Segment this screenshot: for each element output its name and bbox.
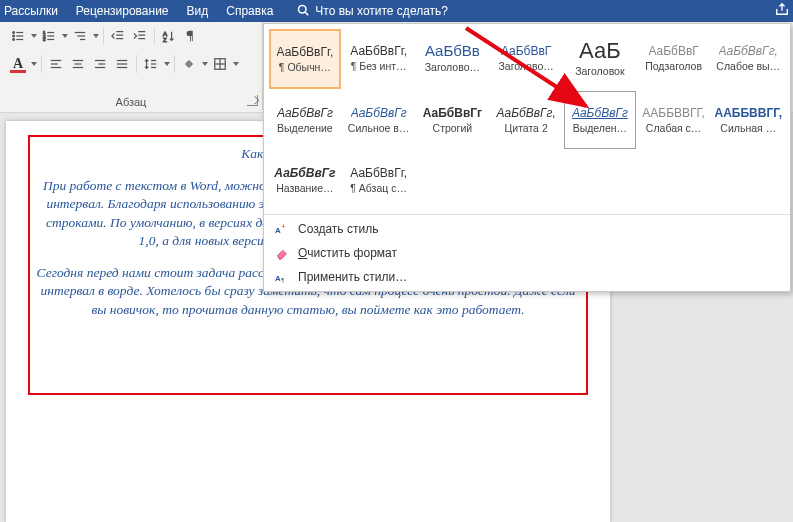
menubar: Рассылки Рецензирование Вид Справка Что … bbox=[0, 0, 793, 22]
style-name-label: Выделение bbox=[277, 122, 333, 134]
style-цитата2[interactable]: АаБбВвГг,Цитата 2 bbox=[490, 91, 562, 149]
share-icon[interactable] bbox=[775, 2, 789, 19]
svg-line-1 bbox=[306, 12, 309, 15]
svg-point-4 bbox=[13, 35, 15, 37]
style-строгий[interactable]: АаБбВвГгСтрогий bbox=[417, 91, 489, 149]
bullets-button[interactable] bbox=[8, 26, 28, 46]
svg-point-2 bbox=[13, 32, 15, 34]
style-name-label: Выделен… bbox=[573, 122, 627, 134]
style-заголово[interactable]: АаБбВвЗаголово… bbox=[417, 29, 489, 87]
menu-mailings[interactable]: Рассылки bbox=[4, 4, 58, 18]
style-выделение[interactable]: АаБбВвГгВыделение bbox=[269, 91, 341, 149]
shading-button[interactable] bbox=[179, 54, 199, 74]
borders-button[interactable] bbox=[210, 54, 230, 74]
increase-indent-button[interactable] bbox=[130, 26, 150, 46]
style-абзацс[interactable]: АаБбВвГг,¶ Абзац с… bbox=[343, 151, 415, 209]
apply-styles-menuitem[interactable]: A¶ Применить стили… bbox=[264, 265, 790, 289]
style-name-label: Заголово… bbox=[498, 60, 553, 72]
style-слабоевы[interactable]: АаБбВвГг,Слабое вы… bbox=[712, 29, 786, 87]
svg-text:A: A bbox=[275, 226, 281, 235]
style-name-label: ¶ Обычн… bbox=[279, 61, 331, 73]
style-name-label: Заголовок bbox=[575, 65, 624, 77]
style-preview: АаБбВвГг bbox=[572, 107, 628, 119]
svg-text:3: 3 bbox=[43, 37, 46, 42]
multilevel-list-button[interactable] bbox=[70, 26, 90, 46]
show-marks-button[interactable] bbox=[181, 26, 201, 46]
style-preview: АаБбВвГг, bbox=[719, 45, 778, 57]
align-center-button[interactable] bbox=[68, 54, 88, 74]
style-сильноев[interactable]: АаБбВвГгСильное в… bbox=[343, 91, 415, 149]
create-style-menuitem[interactable]: A+ Создать стиль bbox=[264, 217, 790, 241]
style-preview: ААББВВГГ, bbox=[715, 107, 783, 119]
style-сильная[interactable]: ААББВВГГ,Сильная … bbox=[712, 91, 786, 149]
justify-button[interactable] bbox=[112, 54, 132, 74]
style-preview: АаБбВвГ bbox=[648, 45, 698, 57]
style-preview: АаБбВвГг, bbox=[496, 107, 555, 119]
svg-point-6 bbox=[13, 39, 15, 41]
style-выделен[interactable]: АаБбВвГгВыделен… bbox=[564, 91, 636, 149]
clear-format-menuitem[interactable]: Очистить формат bbox=[264, 241, 790, 265]
style-name-label: Сильная … bbox=[720, 122, 776, 134]
style-name-label: Слабое вы… bbox=[716, 60, 780, 72]
menu-review[interactable]: Рецензирование bbox=[76, 4, 169, 18]
style-название[interactable]: АаБбВвГгНазвание… bbox=[269, 151, 341, 209]
apply-styles-icon: A¶ bbox=[274, 269, 290, 285]
menu-view[interactable]: Вид bbox=[187, 4, 209, 18]
style-name-label: ¶ Абзац с… bbox=[350, 182, 407, 194]
style-name-label: Подзаголов bbox=[645, 60, 702, 72]
svg-text:Z: Z bbox=[163, 36, 167, 43]
style-preview: АаБбВвГг bbox=[274, 167, 335, 179]
style-preview: ААББВВГГ, bbox=[642, 107, 705, 119]
line-spacing-button[interactable] bbox=[141, 54, 161, 74]
styles-gallery-dropdown: АаБбВвГг,¶ Обычн…АаБбВвГг,¶ Без инт…АаБб… bbox=[263, 23, 791, 292]
style-preview: АаБбВвГг, bbox=[350, 167, 407, 179]
style-preview: АаБбВвГг, bbox=[277, 46, 334, 58]
eraser-icon bbox=[274, 245, 290, 261]
align-left-button[interactable] bbox=[46, 54, 66, 74]
paragraph-group: 123 AZ A Абзац bbox=[0, 22, 263, 110]
sort-button[interactable]: AZ bbox=[159, 26, 179, 46]
tell-me-placeholder: Что вы хотите сделать? bbox=[315, 4, 448, 18]
style-preview: АаБбВв bbox=[425, 43, 480, 58]
style-слабаяс[interactable]: ААББВВГГ,Слабая с… bbox=[638, 91, 710, 149]
style-обычн[interactable]: АаБбВвГг,¶ Обычн… bbox=[269, 29, 341, 89]
style-preview: АаБбВвГг, bbox=[350, 45, 407, 57]
style-preview: АаБбВвГг bbox=[351, 107, 407, 119]
create-style-icon: A+ bbox=[274, 221, 290, 237]
style-name-label: Цитата 2 bbox=[505, 122, 548, 134]
style-preview: АаБбВвГг bbox=[423, 107, 482, 119]
search-icon bbox=[297, 4, 309, 19]
svg-point-0 bbox=[299, 5, 307, 13]
style-name-label: Заголово… bbox=[425, 61, 480, 73]
style-безинт[interactable]: АаБбВвГг,¶ Без инт… bbox=[343, 29, 415, 87]
style-name-label: ¶ Без инт… bbox=[351, 60, 407, 72]
tell-me-search[interactable]: Что вы хотите сделать? bbox=[297, 4, 448, 19]
style-заголовок[interactable]: АаБЗаголовок bbox=[564, 29, 636, 87]
svg-text:+: + bbox=[281, 223, 285, 230]
paragraph-dialog-launcher[interactable] bbox=[247, 95, 258, 106]
svg-text:A: A bbox=[275, 274, 281, 283]
style-name-label: Название… bbox=[276, 182, 333, 194]
style-подзаголов[interactable]: АаБбВвГПодзаголов bbox=[638, 29, 710, 87]
style-preview: АаБбВвГ bbox=[501, 45, 551, 57]
style-name-label: Строгий bbox=[433, 122, 473, 134]
menu-help[interactable]: Справка bbox=[226, 4, 273, 18]
font-color-button[interactable]: A bbox=[8, 54, 28, 74]
numbering-button[interactable]: 123 bbox=[39, 26, 59, 46]
paragraph-group-label: Абзац bbox=[0, 96, 262, 108]
style-preview: АаБ bbox=[579, 40, 621, 62]
style-preview: АаБбВвГг bbox=[277, 107, 333, 119]
decrease-indent-button[interactable] bbox=[108, 26, 128, 46]
style-name-label: Сильное в… bbox=[348, 122, 410, 134]
align-right-button[interactable] bbox=[90, 54, 110, 74]
svg-text:¶: ¶ bbox=[281, 276, 285, 283]
style-заголово[interactable]: АаБбВвГЗаголово… bbox=[490, 29, 562, 87]
style-name-label: Слабая с… bbox=[646, 122, 702, 134]
